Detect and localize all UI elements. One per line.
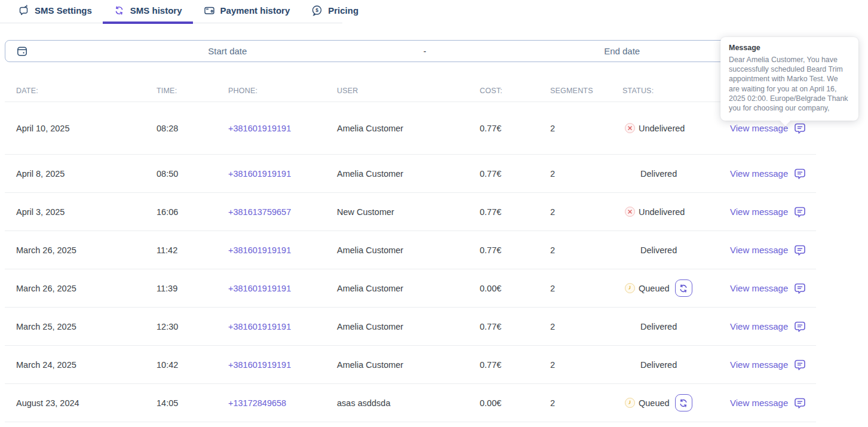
- message-bubble-icon[interactable]: [793, 358, 806, 371]
- resend-button[interactable]: [675, 394, 692, 411]
- cell-segments: 2: [550, 169, 622, 179]
- payment-history-icon: [204, 5, 215, 16]
- table-row: March 26, 2025 11:39 +381601919191 Ameli…: [5, 269, 816, 308]
- message-bubble-icon[interactable]: [793, 122, 806, 135]
- tooltip-body: Dear Amelia Customer, You have successfu…: [729, 55, 850, 113]
- tab-label: Pricing: [328, 5, 358, 16]
- status-text: Delivered: [640, 360, 677, 370]
- header-phone: PHONE:: [228, 87, 337, 95]
- view-message-link[interactable]: View message: [730, 398, 788, 408]
- tab-payment-history[interactable]: Payment history: [193, 0, 301, 23]
- cell-cost: 0.77€: [480, 322, 550, 331]
- calendar-icon: [5, 45, 34, 57]
- cell-action: View message: [730, 397, 816, 410]
- status-text: Delivered: [640, 169, 677, 179]
- view-message-link[interactable]: View message: [730, 360, 788, 370]
- status-text: Undelivered: [639, 124, 685, 133]
- message-bubble-icon[interactable]: [793, 320, 806, 333]
- view-message-link[interactable]: View message: [730, 283, 788, 293]
- phone-link[interactable]: +381601919191: [228, 124, 291, 133]
- cell-time: 08:28: [157, 124, 228, 133]
- cell-status: Undelivered: [622, 207, 730, 217]
- view-message-link[interactable]: View message: [730, 123, 788, 133]
- cell-cost: 0.77€: [480, 207, 550, 217]
- status-text: Undelivered: [639, 207, 685, 217]
- phone-link[interactable]: +381601919191: [228, 169, 291, 179]
- cell-segments: 2: [550, 207, 622, 217]
- status-text: Delivered: [640, 322, 677, 331]
- cell-time: 11:42: [157, 245, 228, 255]
- tab-label: Payment history: [220, 5, 290, 16]
- view-message-link[interactable]: View message: [730, 245, 788, 255]
- message-bubble-icon[interactable]: [793, 244, 806, 257]
- cell-date: August 23, 2024: [16, 398, 157, 408]
- cell-status: Queued: [622, 279, 730, 297]
- view-message-link[interactable]: View message: [730, 168, 788, 179]
- resend-button[interactable]: [675, 279, 692, 297]
- cell-user: Amelia Customer: [337, 322, 480, 331]
- phone-link[interactable]: +381601919191: [228, 284, 291, 293]
- table-row: April 10, 2025 08:28 +381601919191 Ameli…: [5, 102, 816, 155]
- cell-status: Delivered: [622, 322, 730, 331]
- phone-link[interactable]: +13172849658: [228, 398, 286, 408]
- message-bubble-icon[interactable]: [793, 167, 806, 180]
- cell-status: Queued: [622, 394, 730, 411]
- table-body: April 10, 2025 08:28 +381601919191 Ameli…: [5, 102, 816, 422]
- view-message-link[interactable]: View message: [730, 207, 788, 217]
- cell-segments: 2: [550, 360, 622, 370]
- status-text: Queued: [639, 284, 670, 293]
- cell-date: March 24, 2025: [16, 360, 157, 370]
- cell-segments: 2: [550, 284, 622, 293]
- sms-settings-icon: [18, 5, 29, 16]
- header-date: DATE:: [16, 87, 157, 95]
- phone-link[interactable]: +381601919191: [228, 245, 291, 255]
- cell-action: View message: [730, 167, 816, 180]
- message-bubble-icon[interactable]: [793, 397, 806, 410]
- cell-segments: 2: [550, 322, 622, 331]
- cell-cost: 0.77€: [480, 360, 550, 370]
- status-text: Delivered: [640, 245, 677, 255]
- cell-time: 08:50: [157, 169, 228, 179]
- cell-action: View message: [730, 320, 816, 333]
- message-bubble-icon[interactable]: [793, 205, 806, 219]
- phone-link[interactable]: +381613759657: [228, 207, 291, 217]
- cell-action: View message: [730, 282, 816, 295]
- cell-segments: 2: [550, 398, 622, 408]
- message-tooltip: Message Dear Amelia Customer, You have s…: [720, 37, 858, 121]
- view-message-link[interactable]: View message: [730, 321, 788, 331]
- cell-cost: 0.77€: [480, 245, 550, 255]
- cell-action: View message: [730, 122, 816, 135]
- header-cost: COST:: [480, 87, 550, 95]
- table-header-row: DATE: TIME: PHONE: USER COST: SEGMENTS S…: [5, 79, 816, 102]
- header-user: USER: [337, 87, 480, 95]
- cell-user: Amelia Customer: [337, 169, 480, 179]
- table-row: March 25, 2025 12:30 +381601919191 Ameli…: [5, 308, 816, 346]
- table-row: April 3, 2025 16:06 +381613759657 New Cu…: [5, 193, 816, 231]
- cell-date: March 25, 2025: [16, 322, 157, 331]
- table-row: March 24, 2025 10:42 +381601919191 Ameli…: [5, 346, 816, 384]
- tooltip-title: Message: [729, 44, 850, 52]
- start-date-input[interactable]: [34, 46, 421, 56]
- cell-user: Amelia Customer: [337, 245, 480, 255]
- tab-sms-settings[interactable]: SMS Settings: [7, 0, 103, 23]
- cell-date: March 26, 2025: [16, 245, 157, 255]
- cell-time: 11:39: [157, 284, 228, 293]
- tabs-bar: SMS Settings SMS history Pa: [0, 0, 342, 23]
- tab-sms-history[interactable]: SMS history: [103, 0, 193, 23]
- cell-date: April 8, 2025: [16, 169, 157, 179]
- phone-link[interactable]: +381601919191: [228, 360, 291, 370]
- tab-label: SMS history: [130, 5, 182, 16]
- cell-action: View message: [730, 244, 816, 257]
- cell-cost: 0.00€: [480, 284, 550, 293]
- cell-date: April 3, 2025: [16, 207, 157, 217]
- phone-link[interactable]: +381601919191: [228, 322, 291, 331]
- cell-date: April 10, 2025: [16, 124, 157, 133]
- cell-cost: 0.00€: [480, 398, 550, 408]
- status-text: Queued: [639, 398, 670, 408]
- cell-date: March 26, 2025: [16, 284, 157, 293]
- cell-segments: 2: [550, 124, 622, 133]
- cell-action: View message: [730, 358, 816, 371]
- undelivered-icon: [625, 123, 635, 133]
- message-bubble-icon[interactable]: [793, 282, 806, 295]
- tab-pricing[interactable]: $ Pricing: [300, 0, 369, 23]
